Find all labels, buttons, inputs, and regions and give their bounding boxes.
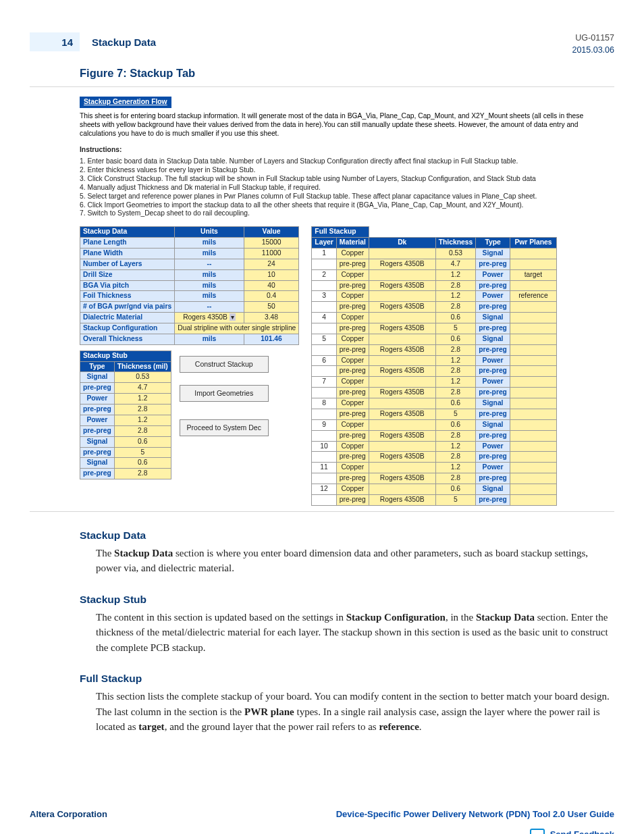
instruction-step: 5. Select target and reference power pla… (80, 192, 601, 201)
construct-stackup-button[interactable]: Construct Stackup (180, 356, 269, 373)
instruction-step: 3. Click Construct Stackup. The full sta… (80, 175, 601, 184)
instruction-step: 2. Enter thickness values for every laye… (80, 166, 601, 175)
figure-title: Figure 7: Stackup Tab (80, 67, 614, 80)
stackup-data-table: Stackup DataUnitsValuePlane Lengthmils15… (80, 226, 299, 344)
figure-screenshot: Stackup Generation Flow This sheet is fo… (80, 97, 601, 506)
full-stackup-table: Full StackupLayerMaterialDkThicknessType… (311, 226, 557, 505)
section-para-stackup-stub: The content in this section is updated b… (96, 610, 614, 656)
instruction-step: 4. Manually adjust Thickness and Dk mate… (80, 184, 601, 192)
stackup-stub-table: Stackup StubTypeThickness (mil)Signal0.5… (80, 350, 171, 479)
section-para-full-stackup: This section lists the complete stackup … (96, 689, 614, 735)
send-feedback-link[interactable]: Send Feedback (530, 828, 614, 834)
page-number: 14 (30, 32, 80, 51)
proceed-system-decap-button[interactable]: Proceed to System Dec (180, 419, 269, 436)
instruction-step: 6. Click Import Geometries to import the… (80, 201, 601, 210)
feedback-icon (530, 828, 545, 834)
instruction-list: 1. Enter basic board data in Stackup Dat… (80, 157, 601, 218)
instruction-step: 1. Enter basic board data in Stackup Dat… (80, 157, 601, 166)
doc-date: 2015.03.06 (572, 45, 614, 57)
section-heading-full-stackup: Full Stackup (80, 673, 614, 685)
instructions-title: Instructions: (80, 146, 601, 155)
flow-header: Stackup Generation Flow (80, 97, 171, 108)
instruction-step: 7. Switch to System_Decap sheet to do ra… (80, 209, 601, 218)
divider (30, 511, 614, 512)
footer-company: Altera Corporation (30, 809, 107, 819)
footer-guide[interactable]: Device-Specific Power Delivery Network (… (336, 809, 614, 819)
import-geometries-button[interactable]: Import Geometries (180, 385, 269, 402)
page-section-title: Stackup Data (92, 32, 156, 48)
flow-intro: This sheet is for entering board stackup… (80, 112, 601, 138)
section-heading-stackup-stub: Stackup Stub (80, 594, 614, 606)
section-para-stackup-data: The Stackup Data section is where you en… (96, 546, 614, 576)
divider (30, 86, 614, 87)
doc-id: UG-01157 (572, 32, 614, 45)
send-feedback-label: Send Feedback (550, 829, 614, 834)
section-heading-stackup-data: Stackup Data (80, 529, 614, 542)
